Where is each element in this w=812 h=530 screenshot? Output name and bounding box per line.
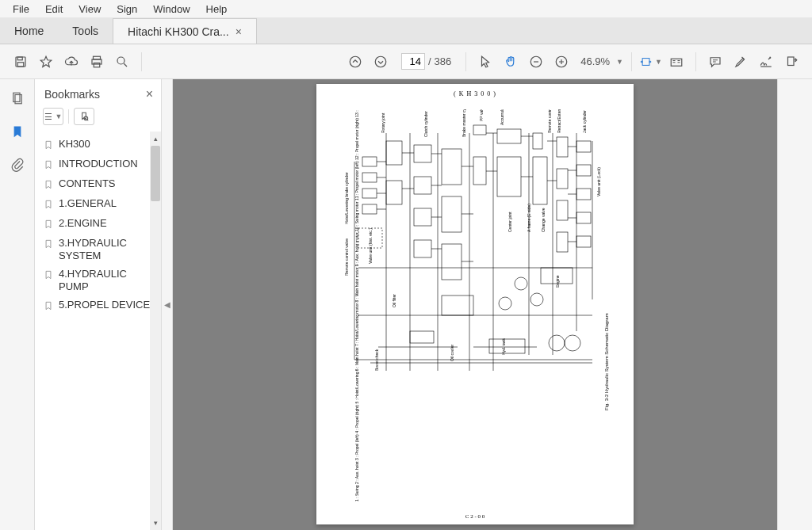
svg-rect-28 [442, 149, 462, 185]
document-viewer[interactable]: ( K H 3 0 0 ) [173, 79, 777, 530]
cloud-upload-icon[interactable] [60, 51, 82, 73]
tab-home[interactable]: Home [0, 18, 58, 44]
svg-rect-38 [557, 169, 568, 189]
toolbar: / 386 46.9% ▼ ▼ [0, 44, 812, 79]
svg-point-54 [565, 335, 580, 351]
highlight-icon[interactable] [730, 51, 752, 73]
star-icon[interactable] [35, 51, 57, 73]
svg-rect-2 [17, 62, 24, 66]
separator [631, 52, 632, 71]
zoom-level[interactable]: 46.9% ▼ [580, 55, 623, 67]
bookmark-item[interactable]: INTRODUCTION [41, 154, 158, 174]
left-rail [0, 79, 35, 530]
bookmark-item[interactable]: KH300 [41, 135, 158, 154]
svg-text:A frame (E side): A frame (E side) [527, 204, 531, 232]
svg-rect-31 [473, 125, 486, 135]
bookmark-label: INTRODUCTION [59, 158, 138, 170]
svg-rect-44 [576, 212, 591, 223]
svg-text:Engine: Engine [555, 275, 560, 288]
comment-icon[interactable] [704, 51, 726, 73]
list-options-icon[interactable]: ☰▼ [43, 108, 63, 125]
svg-rect-26 [414, 208, 431, 226]
menu-file[interactable]: File [5, 2, 37, 17]
hand-icon[interactable] [500, 51, 522, 73]
menu-sign[interactable]: Sign [109, 2, 145, 17]
scroll-up-icon[interactable]: ▴ [151, 133, 160, 144]
page-header: ( K H 3 0 0 ) [316, 90, 634, 97]
stamp-icon[interactable] [780, 51, 802, 73]
bookmark-outline-icon [43, 238, 54, 250]
sign-icon[interactable] [755, 51, 777, 73]
panel-title: Bookmarks [44, 88, 100, 101]
scrollbar[interactable]: ▴ ▾ [150, 132, 161, 530]
zoom-value: 46.9% [580, 55, 610, 67]
zoom-out-icon[interactable] [525, 51, 547, 73]
svg-point-53 [549, 335, 565, 351]
tab-tools[interactable]: Tools [58, 18, 113, 44]
svg-rect-13 [788, 57, 795, 66]
scroll-down-icon[interactable]: ▾ [151, 517, 160, 528]
bookmark-item[interactable]: 2.ENGINE [41, 214, 158, 234]
thumbnails-icon[interactable] [6, 87, 29, 109]
current-page-input[interactable] [401, 53, 425, 70]
bookmark-outline-icon [43, 158, 54, 171]
page: ( K H 3 0 0 ) [316, 84, 634, 524]
pointer-icon[interactable] [474, 51, 496, 73]
bookmarks-panel: Bookmarks × ☰▼ ▴ ▾ KH300 INTRODUCTION CO… [35, 79, 162, 530]
svg-text:Valve unit (hist. etc.): Valve unit (hist. etc.) [368, 228, 373, 264]
zoom-in-icon[interactable] [550, 51, 573, 73]
bookmark-label: 3.HYDRAULIC SYSTEM [59, 237, 156, 261]
svg-text:Fig. 3-2 Hydraulic System Sche: Fig. 3-2 Hydraulic System Schematic Diag… [604, 313, 609, 410]
page-up-icon[interactable] [344, 51, 366, 73]
menubar: File Edit View Sign Window Help [0, 0, 812, 17]
svg-point-8 [375, 56, 386, 67]
bookmark-label: 2.ENGINE [59, 217, 107, 230]
svg-point-7 [350, 56, 361, 67]
menu-view[interactable]: View [71, 2, 109, 17]
svg-text:Brake master cylinder: Brake master cylinder [462, 109, 466, 137]
svg-rect-11 [642, 58, 649, 65]
menu-window[interactable]: Window [145, 2, 197, 17]
bookmark-item[interactable]: 3.HYDRAULIC SYSTEM [41, 234, 158, 265]
svg-text:Hyd. tank: Hyd. tank [501, 337, 506, 355]
bookmark-item[interactable]: 5.PROPEL DEVICE [41, 296, 158, 315]
svg-rect-36 [533, 157, 547, 204]
page-separator: / [428, 55, 431, 67]
svg-rect-42 [576, 165, 591, 176]
collapse-panel-icon[interactable]: ◀ [162, 79, 173, 530]
svg-text:Retract/Extended cylinder: Retract/Extended cylinder [557, 109, 561, 133]
svg-rect-17 [362, 157, 377, 166]
page-down-icon[interactable] [370, 51, 392, 73]
bookmark-label: CONTENTS [59, 177, 116, 190]
find-bookmark-icon[interactable] [74, 108, 94, 125]
bookmark-outline-icon [43, 139, 54, 151]
tab-document[interactable]: Hitachi KH300 Cra... × [113, 18, 257, 44]
bookmark-item[interactable]: CONTENTS [41, 174, 158, 194]
svg-rect-37 [557, 137, 568, 157]
svg-text:Oil filter: Oil filter [392, 294, 396, 307]
fit-width-icon[interactable]: ▼ [640, 51, 662, 73]
bookmark-icon[interactable] [6, 120, 29, 143]
attachment-icon[interactable] [6, 154, 29, 176]
scroll-thumb[interactable] [151, 146, 160, 201]
svg-rect-51 [410, 331, 434, 343]
svg-text:Accumulator: Accumulator [500, 109, 504, 125]
page-footer: C 2 - 0 0 [316, 513, 634, 520]
menu-help[interactable]: Help [198, 2, 236, 17]
svg-rect-12 [671, 59, 682, 66]
bookmark-item[interactable]: 4.HYDRAULIC PUMP [41, 265, 158, 296]
svg-rect-43 [576, 189, 591, 200]
svg-text:Remote control valve: Remote control valve [547, 109, 552, 133]
close-panel-icon[interactable]: × [146, 87, 153, 101]
svg-rect-1 [17, 57, 22, 60]
menu-edit[interactable]: Edit [37, 2, 71, 17]
svg-point-47 [515, 277, 527, 290]
svg-text:Remote control valve: Remote control valve [344, 238, 349, 276]
print-icon[interactable] [86, 51, 108, 73]
bookmark-outline-icon [43, 218, 54, 231]
save-icon[interactable] [10, 51, 32, 73]
close-icon[interactable]: × [236, 25, 242, 38]
search-icon[interactable] [111, 51, 133, 73]
read-mode-icon[interactable] [665, 51, 688, 73]
bookmark-item[interactable]: 1.GENERAL [41, 194, 158, 214]
